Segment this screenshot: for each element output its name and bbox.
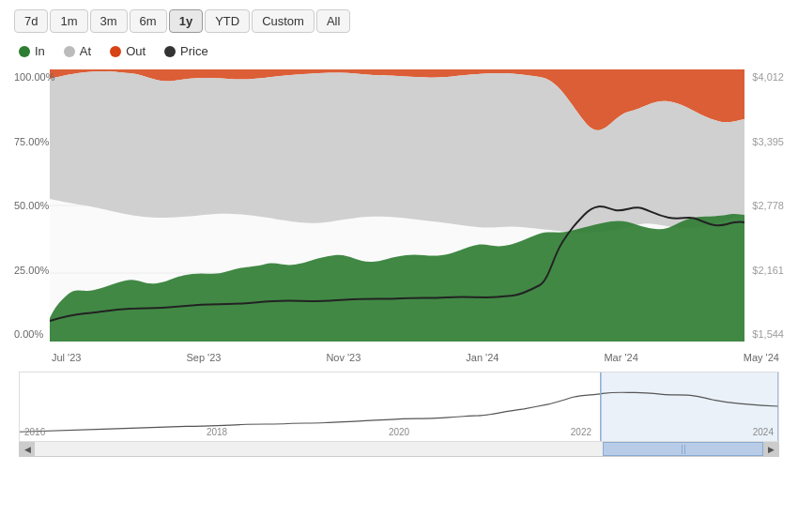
legend-item-in: In [19, 44, 45, 58]
legend-item-price: Price [164, 44, 208, 58]
main-chart-wrapper: 100.00%75.00%50.00%25.00%0.00% $4,012$3,… [14, 69, 784, 342]
mini-x-label: 2016 [24, 427, 45, 437]
nav-handle-grip [682, 445, 685, 454]
time-btn-1m[interactable]: 1m [50, 9, 87, 33]
x-axis-label: Jul '23 [52, 352, 81, 363]
time-btn-1y[interactable]: 1y [169, 9, 203, 33]
time-range-selector: 7d1m3m6m1yYTDCustomAll [14, 9, 784, 33]
x-axis-label: May '24 [744, 352, 779, 363]
legend-label-out: Out [126, 44, 146, 58]
y-left-label: 75.00% [14, 136, 52, 147]
y-axis-right: $4,012$3,395$2,778$2,161$1,544 [752, 69, 784, 342]
x-axis-label: Mar '24 [604, 352, 637, 363]
y-left-label: 0.00% [14, 328, 52, 340]
main-container: 7d1m3m6m1yYTDCustomAll InAtOutPrice 100.… [0, 0, 798, 532]
y-right-label: $1,544 [752, 328, 784, 340]
legend-item-out: Out [110, 44, 146, 58]
x-axis-label: Nov '23 [326, 352, 361, 363]
navigator-scrollbar[interactable]: ◀ ▶ [19, 442, 779, 457]
y-right-label: $3,395 [752, 136, 784, 147]
nav-track [35, 442, 763, 456]
y-left-label: 100.00% [14, 71, 52, 83]
time-btn-7d[interactable]: 7d [14, 9, 48, 33]
chart-legend: InAtOutPrice [14, 44, 784, 58]
legend-dot-at [64, 46, 75, 57]
time-btn-3m[interactable]: 3m [90, 9, 128, 33]
nav-handle[interactable] [603, 442, 763, 456]
time-btn-custom[interactable]: Custom [252, 9, 315, 33]
mini-x-axis-labels: 20162018202020222024 [20, 426, 778, 438]
legend-dot-price [164, 46, 176, 57]
x-axis-labels: Jul '23Sep '23Nov '23Jan '24Mar '24May '… [14, 349, 784, 366]
time-btn-all[interactable]: All [316, 9, 350, 33]
legend-label-at: At [80, 44, 91, 58]
y-right-label: $2,778 [752, 200, 784, 211]
mini-x-label: 2024 [753, 427, 774, 437]
main-chart-svg [50, 69, 744, 342]
nav-left-arrow[interactable]: ◀ [20, 442, 35, 457]
y-axis-left: 100.00%75.00%50.00%25.00%0.00% [14, 69, 52, 342]
y-right-label: $2,161 [752, 265, 784, 276]
mini-x-label: 2018 [207, 427, 227, 437]
y-right-label: $4,012 [752, 71, 784, 83]
legend-dot-out [110, 46, 121, 57]
legend-dot-in [19, 46, 30, 57]
x-axis-label: Sep '23 [186, 352, 221, 363]
legend-label-price: Price [180, 44, 208, 58]
mini-chart-wrapper: 20162018202020222024 [19, 372, 779, 442]
x-axis-label: Jan '24 [466, 352, 499, 363]
mini-x-label: 2020 [389, 427, 409, 437]
mini-x-label: 2022 [571, 427, 591, 437]
y-left-label: 25.00% [14, 265, 52, 276]
nav-right-arrow[interactable]: ▶ [763, 442, 778, 457]
time-btn-ytd[interactable]: YTD [205, 9, 250, 33]
y-left-label: 50.00% [14, 200, 52, 211]
legend-item-at: At [64, 44, 91, 58]
legend-label-in: In [35, 44, 45, 58]
time-btn-6m[interactable]: 6m [130, 9, 167, 33]
